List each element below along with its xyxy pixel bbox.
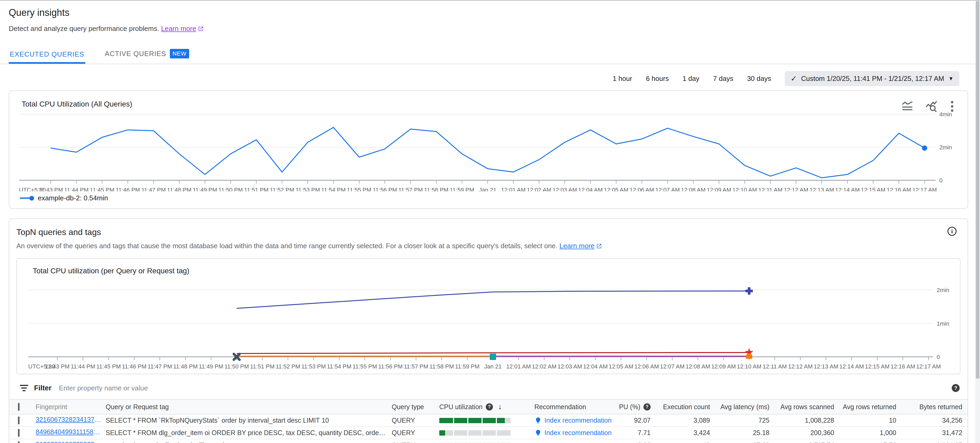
page-header: Query insights Detect and analyze query … xyxy=(0,1,980,33)
chart-options-icon[interactable] xyxy=(901,101,913,112)
topn-card: i TopN queries and tags An overview of t… xyxy=(9,218,968,443)
col-query-type[interactable]: Query type xyxy=(392,403,439,411)
filter-help-icon[interactable]: ? xyxy=(952,384,960,392)
tab-active-queries[interactable]: ACTIVE QUERIES NEW xyxy=(104,45,190,64)
time-range-option[interactable]: 30 days xyxy=(747,75,771,83)
sort-descending-icon[interactable]: ↓ xyxy=(498,403,502,411)
row-checkbox[interactable] xyxy=(18,441,19,443)
col-rows-returned[interactable]: Avg rows returned xyxy=(840,403,902,411)
page-subtitle-text: Detect and analyze query performance pro… xyxy=(9,25,159,32)
more-options-icon[interactable] xyxy=(950,100,955,113)
scrollbar-thumb[interactable] xyxy=(976,1,980,379)
svg-text:11:50 PM: 11:50 PM xyxy=(218,186,243,191)
table-row: 8496840499311158456SELECT * FROM dlg_ord… xyxy=(9,427,967,439)
svg-text:12:04 AM: 12:04 AM xyxy=(578,186,603,191)
topn-learn-more-link[interactable]: Learn more xyxy=(560,242,595,250)
query-type-cell: QUERY xyxy=(392,441,439,443)
svg-text:12:02 AM: 12:02 AM xyxy=(532,363,557,370)
chart1-title: Total CPU Utilization (All Queries) xyxy=(9,100,967,108)
svg-text:12:09 AM: 12:09 AM xyxy=(711,363,736,370)
svg-text:11:59 PM: 11:59 PM xyxy=(450,186,474,191)
svg-text:12:14 AM: 12:14 AM xyxy=(840,363,864,370)
custom-time-range-label: Custom 1/20/25, 11:41 PM - 1/21/25, 12:1… xyxy=(801,75,944,83)
svg-text:12:02 AM: 12:02 AM xyxy=(527,186,551,191)
cpu-pct-help-icon[interactable]: ? xyxy=(643,403,651,411)
filter-label: Filter xyxy=(34,384,51,392)
tab-active-label: ACTIVE QUERIES xyxy=(105,50,166,58)
fingerprint-link[interactable]: 3216067328234137024 xyxy=(36,416,102,424)
rows-returned-cell: 15.58 xyxy=(840,441,902,443)
chart1-area: 4min2min011:43 PM11:44 PM11:45 PM11:46 P… xyxy=(19,112,967,193)
cpu-bar-cell xyxy=(439,430,535,436)
svg-text:12:06 AM: 12:06 AM xyxy=(635,363,659,370)
fingerprint-cell: 312070918072583382 xyxy=(36,441,106,443)
svg-text:12:15 AM: 12:15 AM xyxy=(865,363,890,370)
tab-bar: EXECUTED QUERIES ACTIVE QUERIES NEW xyxy=(0,45,980,64)
time-range-option[interactable]: 1 hour xyxy=(612,75,632,83)
svg-text:11:54 PM: 11:54 PM xyxy=(321,186,346,191)
col-cpu-utilization-label: CPU utilization xyxy=(439,403,483,411)
exec-count-cell: 43 xyxy=(656,441,715,443)
row-select-cell xyxy=(9,441,36,443)
query-text-cell: SELECT * FROM `RkTopNQueryStats` order b… xyxy=(106,417,392,424)
cpu-utilization-chart[interactable]: 4min2min011:43 PM11:44 PM11:45 PM11:46 P… xyxy=(19,112,968,191)
col-cpu-utilization[interactable]: CPU utilization ? ↓ xyxy=(439,403,535,411)
learn-more-link[interactable]: Learn more xyxy=(161,25,196,32)
col-fingerprint[interactable]: Fingerprint xyxy=(36,403,106,411)
topn-chart[interactable]: 2min1min011:43 PM11:44 PM11:45 PM11:46 P… xyxy=(28,282,965,371)
table-row: 3216067328234137024SELECT * FROM `RkTopN… xyxy=(9,414,967,427)
time-range-option[interactable]: 6 hours xyxy=(646,75,669,83)
bytes-returned-cell: 31,472 xyxy=(902,429,967,437)
row-select-cell xyxy=(9,417,36,424)
query-text-cell: SELECT * FROM dlg_order_item oi ORDER BY… xyxy=(106,429,392,437)
external-link-icon xyxy=(596,243,602,251)
tab-executed-queries[interactable]: EXECUTED QUERIES xyxy=(9,46,85,64)
svg-text:11:52 PM: 11:52 PM xyxy=(276,363,300,370)
chart2-area: 2min1min011:43 PM11:44 PM11:45 PM11:46 P… xyxy=(28,282,960,372)
cpu-utilization-help-icon[interactable]: ? xyxy=(486,403,493,411)
svg-text:12:17 AM: 12:17 AM xyxy=(912,186,937,191)
col-bytes-returned[interactable]: Bytes returned xyxy=(902,403,967,411)
time-range-option[interactable]: 7 days xyxy=(713,75,733,83)
fingerprint-link[interactable]: 312070918072583382 xyxy=(36,441,102,443)
info-icon[interactable]: i xyxy=(948,227,956,236)
svg-text:11:47 PM: 11:47 PM xyxy=(148,363,172,370)
time-range-option[interactable]: 1 day xyxy=(682,75,700,83)
external-link-icon xyxy=(198,25,204,33)
explore-data-icon[interactable] xyxy=(926,101,938,112)
svg-text:11:55 PM: 11:55 PM xyxy=(347,186,371,191)
col-cpu-pct[interactable]: CPU (%) ? xyxy=(619,403,656,411)
index-recommendation-link[interactable]: Index recommendation xyxy=(535,429,614,437)
cpu-bar-cell xyxy=(439,418,535,423)
select-all-checkbox[interactable] xyxy=(18,403,19,411)
svg-text:11:48 PM: 11:48 PM xyxy=(167,186,191,191)
col-recommendation[interactable]: Recommendation xyxy=(535,403,619,411)
col-exec-count[interactable]: Execution count xyxy=(656,403,715,411)
index-recommendation-link[interactable]: Index recommendation xyxy=(535,417,614,424)
lightbulb-icon xyxy=(535,429,542,437)
recommendation-cell: Index recommendation xyxy=(535,417,619,424)
filter-input[interactable] xyxy=(59,384,952,392)
col-latency[interactable]: Avg latency (ms) xyxy=(715,403,775,411)
col-cpu-pct-label: CPU (%) xyxy=(619,403,640,411)
svg-text:12:11 AM: 12:11 AM xyxy=(758,186,783,191)
fingerprint-link[interactable]: 8496840499311158456 xyxy=(36,428,102,436)
bytes-returned-cell: 34,256 xyxy=(902,417,967,424)
svg-text:2min: 2min xyxy=(937,287,949,293)
svg-text:12:03 AM: 12:03 AM xyxy=(553,186,577,191)
custom-time-range-button[interactable]: ✓ Custom 1/20/25, 11:41 PM - 1/21/25, 12… xyxy=(785,71,959,86)
svg-text:12:17 AM: 12:17 AM xyxy=(916,363,941,370)
queries-table: Fingerprint Query or Request tag Query t… xyxy=(9,399,967,443)
row-checkbox[interactable] xyxy=(18,417,19,424)
fingerprint-cell: 3216067328234137024 xyxy=(36,416,106,425)
cpu-utilization-bar xyxy=(439,430,511,436)
latency-cell: 725 xyxy=(715,417,775,424)
col-query[interactable]: Query or Request tag xyxy=(106,403,392,411)
col-rows-scanned[interactable]: Avg rows scanned xyxy=(775,403,840,411)
row-checkbox[interactable] xyxy=(18,429,19,437)
rows-returned-cell: 10 xyxy=(840,417,902,424)
query-type-cell: QUERY xyxy=(392,417,439,424)
svg-text:0: 0 xyxy=(939,177,942,184)
svg-text:12:13 AM: 12:13 AM xyxy=(810,186,834,191)
legend-series-swatch xyxy=(20,197,33,199)
